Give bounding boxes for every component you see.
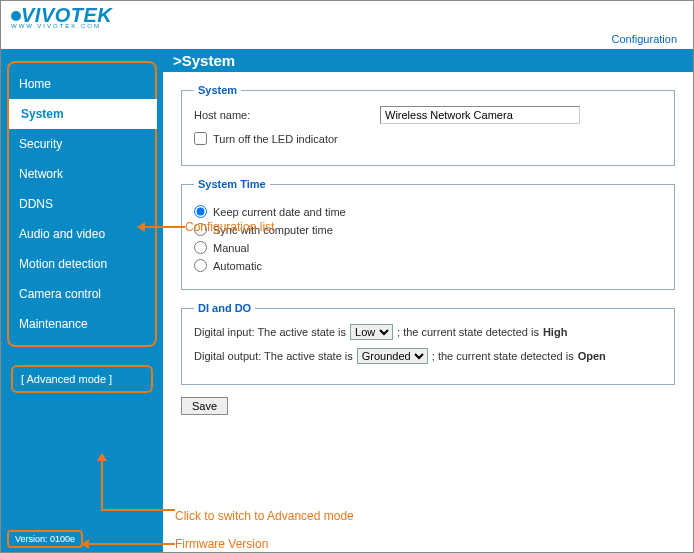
system-legend: System [194, 84, 241, 96]
time-sync-label: Sync with computer time [213, 224, 333, 236]
nav-security[interactable]: Security [9, 129, 155, 159]
di-state: High [543, 326, 567, 338]
sidebar: Home System Security Network DDNS Audio … [1, 49, 163, 552]
time-manual-radio[interactable] [194, 241, 207, 254]
time-auto-label: Automatic [213, 260, 262, 272]
di-pre: Digital input: The active state is [194, 326, 346, 338]
header: VIVOTEK WWW.VIVOTEK.COM Configuration [1, 1, 693, 49]
nav-camera-control[interactable]: Camera control [9, 279, 155, 309]
nav-maintenance[interactable]: Maintenance [9, 309, 155, 339]
save-button[interactable]: Save [181, 397, 228, 415]
dido-panel: DI and DO Digital input: The active stat… [181, 302, 675, 385]
do-select[interactable]: Grounded [357, 348, 428, 364]
led-label: Turn off the LED indicator [213, 133, 338, 145]
time-sync-radio[interactable] [194, 223, 207, 236]
di-select[interactable]: Low [350, 324, 393, 340]
nav-ddns[interactable]: DDNS [9, 189, 155, 219]
dido-legend: DI and DO [194, 302, 255, 314]
di-post: ; the current state detected is [397, 326, 539, 338]
advanced-mode-toggle[interactable]: [ Advanced mode ] [11, 365, 153, 393]
logo-icon [11, 11, 21, 21]
time-keep-label: Keep current date and time [213, 206, 346, 218]
system-panel: System Host name: Turn off the LED indic… [181, 84, 675, 166]
brand-logo: VIVOTEK WWW.VIVOTEK.COM [11, 5, 683, 29]
time-manual-label: Manual [213, 242, 249, 254]
nav-system[interactable]: System [9, 99, 157, 129]
configuration-link[interactable]: Configuration [612, 33, 677, 45]
hostname-input[interactable] [380, 106, 580, 124]
time-keep-radio[interactable] [194, 205, 207, 218]
do-post: ; the current state detected is [432, 350, 574, 362]
hostname-label: Host name: [194, 109, 374, 121]
do-pre: Digital output: The active state is [194, 350, 353, 362]
nav-network[interactable]: Network [9, 159, 155, 189]
time-legend: System Time [194, 178, 270, 190]
page-title: >System [163, 49, 693, 72]
nav-home[interactable]: Home [9, 69, 155, 99]
nav-box: Home System Security Network DDNS Audio … [7, 61, 157, 347]
firmware-version: Version: 0100e [7, 530, 83, 548]
nav-audio-video[interactable]: Audio and video [9, 219, 155, 249]
system-time-panel: System Time Keep current date and time S… [181, 178, 675, 290]
time-auto-radio[interactable] [194, 259, 207, 272]
nav-motion[interactable]: Motion detection [9, 249, 155, 279]
do-state: Open [578, 350, 606, 362]
content: >System System Host name: Turn off the L… [163, 49, 693, 552]
led-checkbox[interactable] [194, 132, 207, 145]
